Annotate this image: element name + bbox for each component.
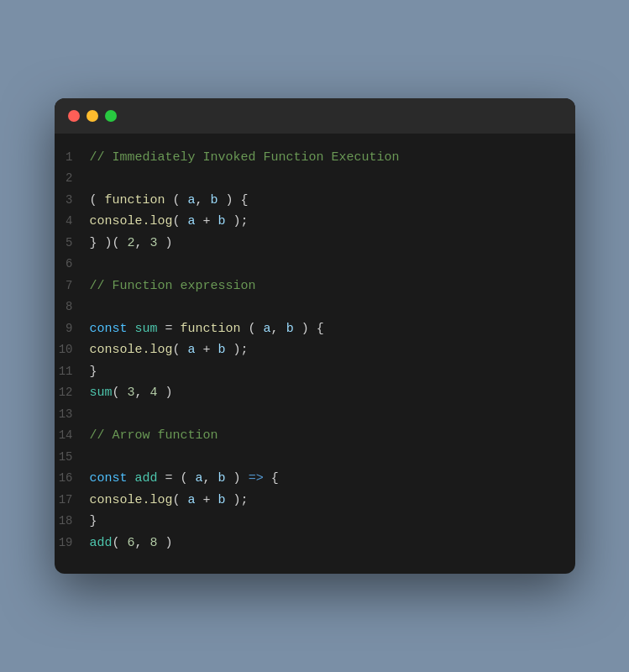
name-token: sum xyxy=(90,386,113,400)
line-number: 7 xyxy=(55,276,90,297)
maximize-button[interactable] xyxy=(105,110,117,122)
operator-token: + xyxy=(196,493,218,507)
line-number: 18 xyxy=(55,512,90,532)
func-keyword-token: function xyxy=(181,322,241,336)
line-number: 14 xyxy=(55,426,90,446)
punct-token: } xyxy=(90,365,97,379)
punct-token: ( xyxy=(241,322,264,336)
white-token: = ( xyxy=(158,471,196,486)
punct-token: ) xyxy=(158,536,173,550)
punct-token: ) { xyxy=(218,193,249,207)
number-token: 6 xyxy=(128,536,135,550)
line-content: } xyxy=(90,511,558,533)
line-content: const sum = function ( a, b ) { xyxy=(90,318,558,340)
code-line: 14// Arrow function xyxy=(55,425,575,447)
punct-token: ); xyxy=(226,343,249,357)
code-window: 1// Immediately Invoked Function Executi… xyxy=(55,98,575,575)
method-token: console.log xyxy=(90,343,173,357)
func-keyword-token: function xyxy=(105,193,165,207)
line-number: 19 xyxy=(55,533,90,554)
code-line: 17 console.log( a + b ); xyxy=(55,490,575,512)
line-content xyxy=(90,447,558,469)
line-content: console.log( a + b ); xyxy=(90,211,558,233)
punct-token: , xyxy=(196,193,211,207)
line-content: } )( 2, 3 ) xyxy=(90,233,558,255)
number-token: 3 xyxy=(150,236,158,250)
code-line: 7// Function expression xyxy=(55,276,575,297)
line-number: 17 xyxy=(55,491,90,511)
line-number: 8 xyxy=(55,297,90,318)
line-content: console.log( a + b ); xyxy=(90,490,558,512)
punct-token: ( xyxy=(90,193,105,207)
white-token: ) xyxy=(226,471,249,486)
line-number: 10 xyxy=(55,340,90,360)
titlebar xyxy=(55,98,575,134)
line-number: 12 xyxy=(55,383,90,403)
comment-token: // Function expression xyxy=(90,279,256,293)
code-line: 3( function ( a, b ) { xyxy=(55,190,575,212)
line-content: add( 6, 8 ) xyxy=(90,533,558,554)
param-token: b xyxy=(218,471,226,486)
line-number: 13 xyxy=(55,405,90,425)
line-number: 9 xyxy=(55,319,90,339)
line-content xyxy=(90,254,558,276)
line-number: 1 xyxy=(55,148,90,168)
code-line: 19add( 6, 8 ) xyxy=(55,533,575,554)
line-content xyxy=(90,168,558,190)
punct-token: ); xyxy=(226,214,249,228)
line-content xyxy=(90,404,558,426)
code-line: 5} )( 2, 3 ) xyxy=(55,233,575,255)
code-editor: 1// Immediately Invoked Function Executi… xyxy=(55,134,575,575)
code-line: 4 console.log( a + b ); xyxy=(55,211,575,233)
line-content xyxy=(90,297,558,318)
code-line: 1// Immediately Invoked Function Executi… xyxy=(55,147,575,169)
name-token: add xyxy=(135,471,158,486)
arrow-token: => xyxy=(249,471,264,486)
param-token: a xyxy=(188,193,196,207)
line-content: sum( 3, 4 ) xyxy=(90,382,558,404)
line-number: 5 xyxy=(55,234,90,254)
param-token: b xyxy=(218,214,226,228)
param-token: a xyxy=(264,322,271,336)
param-token: a xyxy=(188,214,196,228)
number-token: 8 xyxy=(150,536,158,550)
code-line: 15 xyxy=(55,447,575,469)
param-token: a xyxy=(188,493,196,507)
punct-token: } )( xyxy=(90,236,128,250)
number-token: 3 xyxy=(128,386,135,400)
method-token: console.log xyxy=(90,493,173,507)
punct-token: , xyxy=(135,536,150,550)
code-line: 16const add = ( a, b ) => { xyxy=(55,468,575,490)
line-content: // Arrow function xyxy=(90,425,558,447)
white-token: , xyxy=(203,471,218,486)
punct-token: , xyxy=(135,386,150,400)
close-button[interactable] xyxy=(68,110,80,122)
punct-token: ( xyxy=(173,493,188,507)
white-token xyxy=(128,471,135,486)
code-line: 11} xyxy=(55,361,575,383)
minimize-button[interactable] xyxy=(86,110,98,122)
punct-token: { xyxy=(264,471,279,486)
comment-token: // Arrow function xyxy=(90,428,218,443)
code-line: 8 xyxy=(55,297,575,318)
method-token: console.log xyxy=(90,214,173,228)
name-token: sum xyxy=(135,322,158,336)
param-token: a xyxy=(188,343,196,357)
param-token: a xyxy=(196,471,203,486)
code-line: 13 xyxy=(55,404,575,426)
param-token: b xyxy=(218,493,226,507)
param-token: b xyxy=(211,193,218,207)
number-token: 2 xyxy=(128,236,135,250)
white-token: = xyxy=(158,322,181,336)
punct-token: ( xyxy=(165,193,188,207)
line-number: 3 xyxy=(55,191,90,211)
line-number: 6 xyxy=(55,255,90,275)
keyword-token: const xyxy=(90,322,128,336)
operator-token: + xyxy=(196,343,218,357)
code-line: 10 console.log( a + b ); xyxy=(55,339,575,361)
punct-token: ( xyxy=(173,343,188,357)
code-line: 12sum( 3, 4 ) xyxy=(55,382,575,404)
punct-token: ) xyxy=(158,386,173,400)
operator-token: + xyxy=(196,214,218,228)
punct-token: ) xyxy=(158,236,173,250)
